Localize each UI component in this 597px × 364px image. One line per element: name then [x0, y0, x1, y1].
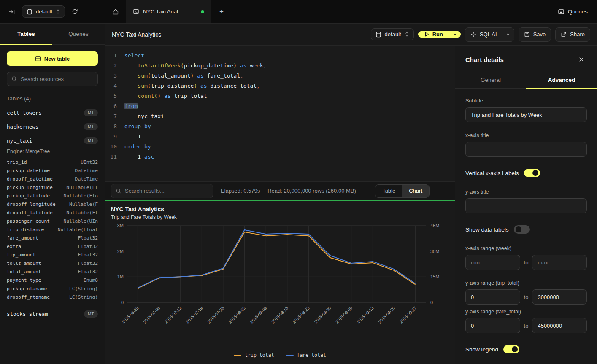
column-name: passenger_count — [7, 218, 50, 224]
query-tab-icon — [133, 8, 139, 15]
column-name: extra — [7, 244, 21, 249]
updown-chevrons-icon — [56, 9, 60, 14]
legend-item-trip_total[interactable]: trip_total — [234, 352, 274, 358]
y-range-fare-max-input[interactable] — [532, 318, 587, 333]
chevron-down-icon — [506, 32, 511, 37]
home-tab-button[interactable] — [105, 0, 126, 23]
line-chart: 001M15M2M30M3M45M2015-06-282015-07-05201… — [111, 220, 449, 343]
column-type: LC(String) — [69, 294, 98, 300]
table-item-stocks_stream[interactable]: stocks_streamMT — [0, 307, 105, 321]
run-dropdown-button[interactable] — [449, 31, 461, 38]
line-number: 3 — [105, 71, 124, 81]
column-row: tip_amountFloat32 — [0, 251, 105, 259]
more-options-button[interactable]: ⋯ — [437, 185, 449, 197]
queries-button[interactable]: Queries — [558, 8, 588, 15]
plus-icon: + — [219, 8, 224, 16]
database-icon — [27, 9, 32, 15]
chevron-down-icon — [453, 32, 457, 37]
column-type: Nullable(F — [69, 202, 98, 207]
subtitle-input[interactable] — [465, 107, 587, 122]
chart-title: NYC Taxi Analytics — [111, 206, 449, 213]
column-type: Float32 — [78, 252, 98, 258]
topbar: default NYC Taxi Anal.. — [0, 0, 597, 24]
collapse-sidebar-button[interactable] — [6, 6, 18, 18]
x-range-max-input[interactable] — [532, 255, 587, 270]
header-database-selector[interactable]: default — [371, 28, 414, 40]
home-icon — [112, 8, 119, 15]
y-range-fare-label: y-axis range (fare_total) — [465, 309, 587, 315]
line-number: 7 — [105, 111, 124, 121]
close-panel-button[interactable] — [576, 54, 587, 65]
sidebar-tab-tables[interactable]: Tables — [0, 24, 52, 44]
column-type: UInt32 — [81, 159, 98, 165]
tab-strip: NYC Taxi Anal... + — [105, 0, 548, 23]
svg-text:2015-07-19: 2015-07-19 — [185, 305, 204, 324]
y-axis-title-input[interactable] — [465, 198, 587, 213]
legend-item-fare_total[interactable]: fare_total — [286, 352, 326, 358]
column-type: Nullable(UIn — [63, 218, 98, 224]
results-search-input[interactable] — [125, 188, 208, 194]
column-name: total_amount — [7, 269, 41, 275]
new-table-button[interactable]: New table — [7, 51, 98, 66]
code-line: 2 toStartOfWeek(pickup_datetime) as week… — [105, 61, 455, 71]
table-item-cell_towers[interactable]: cell_towersMT — [0, 106, 105, 120]
column-row: passenger_countNullable(UIn — [0, 217, 105, 225]
line-number: 6 — [105, 101, 124, 111]
y-range-trip-max-input[interactable] — [532, 289, 587, 305]
refresh-button[interactable] — [69, 6, 81, 17]
tab-general[interactable]: General — [455, 72, 526, 88]
column-row: dropoff_latitudeNullable(Fl — [0, 208, 105, 217]
sql-ai-button[interactable]: SQL AI — [465, 28, 502, 41]
sidebar-tab-queries[interactable]: Queries — [52, 24, 105, 44]
database-icon — [375, 32, 381, 38]
tab-advanced[interactable]: Advanced — [526, 72, 597, 88]
x-axis-title-input[interactable] — [465, 142, 587, 157]
show-legend-toggle[interactable] — [503, 345, 519, 353]
chart-view-button[interactable]: Chart — [402, 185, 429, 197]
y-range-trip-min-input[interactable] — [465, 289, 520, 305]
code-text: select — [124, 51, 144, 61]
sidebar: Tables Queries New table Tables (4) cell… — [0, 24, 105, 364]
queries-label: Queries — [568, 8, 588, 15]
svg-text:0: 0 — [430, 300, 433, 305]
svg-text:2015-06-28: 2015-06-28 — [121, 305, 140, 324]
svg-text:2015-09-20: 2015-09-20 — [377, 305, 396, 324]
new-tab-button[interactable]: + — [211, 0, 232, 23]
query-tab-active[interactable]: NYC Taxi Anal... — [126, 0, 211, 23]
svg-text:2015-07-26: 2015-07-26 — [206, 305, 225, 324]
sidebar-tabs: Tables Queries — [0, 24, 105, 45]
share-button[interactable]: Share — [555, 27, 590, 42]
sql-ai-dropdown-button[interactable] — [502, 28, 514, 41]
code-line: 11 1 asc — [105, 152, 455, 162]
column-name: pickup_longitude — [7, 185, 53, 190]
code-text: nyc_taxi — [124, 111, 164, 121]
x-range-min-input[interactable] — [465, 255, 520, 270]
results-search — [111, 184, 213, 198]
vertical-x-labels-toggle[interactable] — [524, 169, 540, 177]
to-label: to — [524, 323, 529, 329]
table-item-hackernews[interactable]: hackernewsMT — [0, 120, 105, 134]
show-data-labels-toggle[interactable] — [514, 225, 530, 234]
header-database-label: default — [385, 31, 401, 38]
run-label: Run — [432, 31, 443, 38]
column-row: fare_amountFloat32 — [0, 234, 105, 242]
run-button[interactable]: Run — [418, 31, 449, 38]
sql-editor[interactable]: 1select2 toStartOfWeek(pickup_datetime) … — [105, 46, 455, 181]
view-toggle: Table Chart — [375, 184, 430, 198]
table-view-button[interactable]: Table — [375, 185, 402, 197]
chart-subtitle: Trip and Fare Totals by Week — [111, 214, 449, 220]
column-type: DateTime — [75, 168, 98, 173]
refresh-icon — [72, 8, 78, 15]
svg-text:30M: 30M — [430, 249, 439, 254]
resource-search-input[interactable] — [21, 76, 93, 82]
y-range-fare-min-input[interactable] — [465, 318, 520, 333]
column-type: Nullable(Flo — [63, 193, 98, 199]
x-range-label: x-axis range (week) — [465, 245, 587, 251]
code-text: 1 — [124, 132, 141, 142]
svg-text:2015-07-12: 2015-07-12 — [164, 305, 182, 324]
column-type: Float32 — [78, 235, 98, 241]
topbar-database-selector[interactable]: default — [22, 5, 65, 18]
tab-status-dot — [201, 10, 204, 13]
save-button[interactable]: Save — [519, 27, 551, 42]
table-item-nyc_taxi[interactable]: nyc_taxiMT — [0, 134, 105, 148]
